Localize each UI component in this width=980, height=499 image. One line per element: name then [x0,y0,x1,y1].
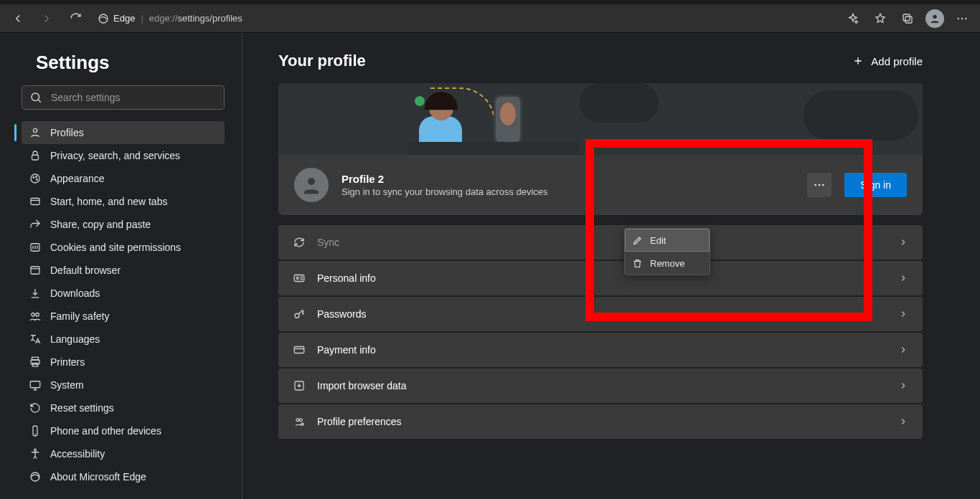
read-aloud-button[interactable] [841,6,865,31]
address-bar[interactable]: Edge | edge://settings/profiles [92,8,831,29]
back-button[interactable] [6,6,30,31]
forward-button[interactable] [34,6,59,31]
share-icon [29,218,42,231]
tab-icon [29,195,42,208]
settings-row-passwords[interactable]: Passwords [278,297,923,331]
sidebar-item-label: Languages [50,333,100,345]
favorites-button[interactable] [868,6,892,31]
svg-point-29 [819,184,821,186]
svg-point-37 [299,419,302,422]
add-profile-button[interactable]: Add profile [852,55,923,67]
row-label: Personal info [317,272,376,284]
sidebar-item-label: Start, home, and new tabs [50,196,167,207]
id-icon [293,272,306,285]
sign-in-button[interactable]: Sign in [844,173,907,197]
svg-rect-34 [294,347,304,353]
search-settings[interactable] [22,85,225,110]
svg-point-11 [31,174,39,183]
pencil-icon [632,235,643,246]
profile-more-button[interactable] [807,173,831,197]
settings-row-import-browser-data[interactable]: Import browser data [278,369,923,403]
sidebar-item-start-home-and-new-tabs[interactable]: Start, home, and new tabs [22,190,225,213]
sidebar-item-profiles[interactable]: Profiles [22,121,225,144]
svg-rect-10 [32,155,39,160]
import-icon [293,379,306,392]
trash-icon [632,258,643,269]
browser-toolbar: Edge | edge://settings/profiles [0,4,980,33]
avatar-icon [925,9,944,28]
svg-point-19 [36,313,39,317]
sidebar-item-label: Default browser [50,265,121,276]
key-icon [293,308,306,320]
settings-row-profile-preferences[interactable]: Profile preferences [278,404,923,439]
search-input[interactable] [50,91,217,104]
profile-card: Profile 2 Sign in to sync your browsing … [278,83,923,215]
collections-button[interactable] [895,6,920,31]
svg-rect-15 [31,199,39,205]
sidebar-item-share-copy-and-paste[interactable]: Share, copy and paste [22,213,225,236]
chevron-right-icon [898,381,908,391]
sidebar-item-about-microsoft-edge[interactable]: About Microsoft Edge [22,465,225,488]
family-icon [29,310,42,323]
lock-icon [29,149,42,162]
sidebar-item-phone-and-other-devices[interactable]: Phone and other devices [22,419,225,442]
settings-main: Your profile Add profile Profile 2 [242,33,980,499]
sidebar-item-label: Downloads [50,287,100,299]
refresh-button[interactable] [63,6,88,31]
accessibility-icon [29,447,42,460]
search-icon [29,91,42,104]
row-label: Passwords [317,308,366,320]
svg-point-32 [296,277,298,280]
plus-icon [852,55,864,67]
sidebar-item-family-safety[interactable]: Family safety [22,305,225,328]
svg-point-28 [815,184,817,186]
svg-point-5 [958,17,959,19]
row-label: Payment info [317,344,376,356]
svg-point-38 [301,423,303,425]
svg-point-13 [36,176,37,178]
system-icon [29,379,42,391]
svg-point-6 [961,17,963,19]
app-menu-button[interactable] [950,6,974,31]
menu-item-label: Edit [650,235,666,246]
settings-row-payment-info[interactable]: Payment info [278,333,923,367]
sidebar-item-privacy-search-and-services[interactable]: Privacy, search, and services [22,144,225,167]
svg-rect-31 [294,275,304,282]
settings-row-personal-info[interactable]: Personal info [278,261,923,295]
svg-point-12 [33,177,34,179]
sidebar-item-printers[interactable]: Printers [22,351,225,374]
sidebar-item-appearance[interactable]: Appearance [22,167,225,190]
person-icon [29,126,42,139]
sidebar-item-languages[interactable]: Languages [22,328,225,351]
sidebar-item-label: Share, copy and paste [50,219,151,230]
profile-settings-list: SyncPersonal infoPasswordsPayment infoIm… [278,225,923,439]
page-title: Your profile [278,52,366,70]
menu-item-label: Remove [650,258,684,269]
url-text: edge://settings/profiles [149,13,242,24]
sidebar-item-label: Phone and other devices [50,425,161,437]
chevron-right-icon [898,237,908,247]
svg-point-25 [34,449,37,451]
profile-button[interactable] [923,6,947,31]
sidebar-item-default-browser[interactable]: Default browser [22,259,225,282]
menu-item-remove[interactable]: Remove [625,252,710,275]
sidebar-item-reset-settings[interactable]: Reset settings [22,396,225,419]
row-label: Sync [317,237,339,248]
menu-item-edit[interactable]: Edit [625,229,710,252]
card-icon [293,343,306,356]
svg-point-36 [296,419,299,422]
svg-point-30 [822,184,824,186]
printer-icon [29,356,42,369]
add-profile-label: Add profile [871,55,923,67]
svg-rect-2 [903,14,910,21]
sidebar-item-downloads[interactable]: Downloads [22,282,225,305]
sync-icon [293,236,306,249]
sidebar-item-cookies-and-site-permissions[interactable]: Cookies and site permissions [22,236,225,259]
svg-point-8 [32,93,39,101]
sidebar-item-accessibility[interactable]: Accessibility [22,442,225,465]
profile-hero [278,83,923,155]
sidebar-item-system[interactable]: System [22,374,225,396]
sidebar-item-label: Cookies and site permissions [50,242,181,253]
svg-rect-17 [31,267,39,275]
row-label: Profile preferences [317,416,402,427]
